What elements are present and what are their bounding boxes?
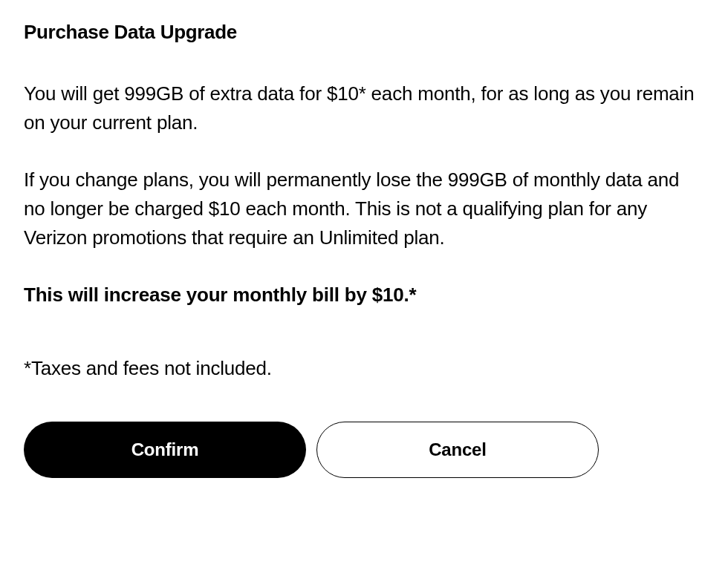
bill-increase-notice: This will increase your monthly bill by … xyxy=(24,281,704,310)
dialog-title: Purchase Data Upgrade xyxy=(24,21,704,44)
offer-description-1: You will get 999GB of extra data for $10… xyxy=(24,79,704,137)
action-button-row: Confirm Cancel xyxy=(24,422,704,478)
confirm-button[interactable]: Confirm xyxy=(24,422,306,478)
cancel-button[interactable]: Cancel xyxy=(316,422,599,478)
offer-description-2: If you change plans, you will permanentl… xyxy=(24,166,704,252)
taxes-footnote: *Taxes and fees not included. xyxy=(24,354,704,383)
